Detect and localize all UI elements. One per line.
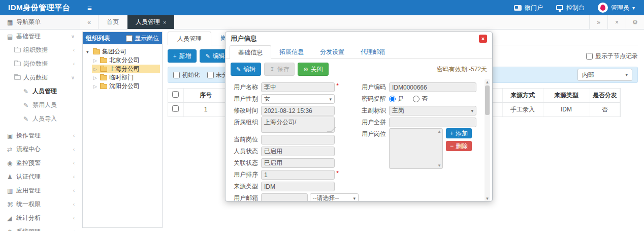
sidebar-item-personnel-import[interactable]: ✎ 人员导入 xyxy=(0,112,80,126)
scroll-up-icon[interactable]: ▲ xyxy=(437,129,441,134)
dialog-edit-button[interactable]: ✎ 编辑 xyxy=(231,63,261,76)
sidebar-item-statistics-analysis[interactable]: ◢ 统计分析 ‹ xyxy=(0,211,80,225)
user-email-input[interactable] xyxy=(264,194,305,201)
user-name: 管理员 xyxy=(611,4,629,12)
dialog-edit-label: 编辑 xyxy=(243,65,255,74)
tab-close-icon[interactable]: × xyxy=(163,19,166,25)
select-all-checkbox[interactable] xyxy=(172,91,179,98)
dialog-close-action-button[interactable]: ⊗ 关闭 xyxy=(298,63,328,76)
show-posts-checkbox[interactable] xyxy=(126,35,133,42)
scrollbar-thumb[interactable] xyxy=(485,85,490,115)
portal-link[interactable]: 微门户 xyxy=(514,4,543,12)
user-gender-select[interactable]: 女 ▾ xyxy=(261,94,335,104)
sidebar-item-app-management[interactable]: ▥ 应用管理 ‹ xyxy=(0,184,80,197)
tree-expander-icon[interactable]: ▾ xyxy=(86,49,91,54)
sidebar-item-system-management[interactable]: ⚙ 系统管理 ‹ xyxy=(0,225,80,231)
organization-textarea[interactable]: 上海分公司/ xyxy=(261,117,335,133)
tabs-scroll-right-button[interactable]: » xyxy=(589,15,607,29)
sidebar-item-disabled-personnel[interactable]: ✎ 禁用人员 xyxy=(0,98,80,112)
add-post-button[interactable]: + 添加 xyxy=(446,128,472,138)
tree-expander-icon[interactable]: ▷ xyxy=(93,75,98,80)
current-post-input[interactable] xyxy=(264,135,332,144)
sidebar-item-base-management[interactable]: ▤ 基础管理 ∨ xyxy=(0,30,80,43)
password-reminder-no-radio[interactable] xyxy=(413,96,420,102)
tree-expander-icon[interactable]: ▷ xyxy=(93,84,98,89)
filter-initialized-checkbox[interactable] xyxy=(173,72,180,78)
hamburger-menu-icon[interactable]: ≡ xyxy=(80,4,99,12)
filter-initialized: 初始化 xyxy=(173,71,200,79)
chevron-collapsed-icon: ‹ xyxy=(73,47,75,53)
tree-node-temp-dept[interactable]: ▷ 临时部门 xyxy=(92,73,160,82)
user-pinyin-input[interactable] xyxy=(392,118,473,127)
dialog-tab-basic-info[interactable]: 基础信息 xyxy=(230,45,271,59)
tree-node-shanghai[interactable]: ▷ 上海分公司 xyxy=(92,65,160,73)
tree-node-root[interactable]: ▾ 集团公司 xyxy=(85,47,160,56)
app-window: IDM身份管理平台 ≡ 微门户 控制台 管理员 ▾ ▦ 导航菜单 « 首页 xyxy=(0,0,644,231)
chevron-collapsed-icon: ‹ xyxy=(73,133,75,138)
user-menu[interactable]: 管理员 ▾ xyxy=(598,3,635,13)
show-children-checkbox[interactable] xyxy=(586,53,593,60)
field-label: 修改时间 xyxy=(232,106,258,115)
sidebar-item-auth-proxy[interactable]: ♟ 认证代理 ‹ xyxy=(0,170,80,184)
tree-node-shenyang[interactable]: ▷ 沈阳分公司 xyxy=(92,82,160,91)
tab-settings-button[interactable]: ⚙ xyxy=(626,15,644,29)
close-all-tabs-button[interactable]: × xyxy=(607,15,626,29)
user-posts-listbox[interactable]: ▲ ▼ xyxy=(389,128,443,169)
password-reminder-no[interactable]: 否 xyxy=(413,95,428,103)
password-reminder-yes[interactable]: 是 xyxy=(389,95,404,103)
monitor-warning-icon: ◉ xyxy=(7,160,16,167)
sidebar-item-personnel-data[interactable]: 人员数据 ∨ xyxy=(0,71,80,84)
password-reminder-yes-radio[interactable] xyxy=(389,96,396,102)
field-personnel-status: 人员状态 xyxy=(232,146,359,157)
radio-label: 否 xyxy=(422,95,428,103)
dialog-tab-distribution-settings[interactable]: 分发设置 xyxy=(312,45,352,59)
sidebar-item-personnel-management[interactable]: ✎ 人员管理 xyxy=(0,84,80,98)
user-sort-input[interactable] xyxy=(264,170,332,179)
sidebar-item-post-data[interactable]: 岗位数据 ‹ xyxy=(0,57,80,71)
dialog-tab-proxy-mail[interactable]: 代理邮箱 xyxy=(352,45,393,59)
dialog-scrollbar[interactable]: ▲ ▼ xyxy=(485,79,490,201)
field-source-type: 来源类型 xyxy=(232,181,359,192)
add-button[interactable]: + 新增 xyxy=(168,49,197,63)
sidebar-item-unified-permission[interactable]: ⌘ 统一权限 ‹ xyxy=(0,197,80,211)
tab-home[interactable]: 首页 xyxy=(99,15,127,29)
modify-time-input[interactable] xyxy=(264,106,332,115)
dialog-tab-extended-info[interactable]: 拓展信息 xyxy=(271,45,312,59)
dialog-save-button[interactable]: ↧ 保存 xyxy=(264,63,295,76)
sidebar-item-process-center[interactable]: ⇄ 流程中心 ‹ xyxy=(0,142,80,156)
sidebar-item-operation-management[interactable]: ▣ 操作管理 ‹ xyxy=(0,129,80,142)
primary-flag-select[interactable]: 主岗 ▾ xyxy=(389,106,476,115)
row-checkbox[interactable] xyxy=(172,105,179,112)
scroll-up-icon[interactable]: ▲ xyxy=(485,80,490,84)
plus-icon: + xyxy=(450,130,454,137)
sidebar-item-monitor-warning[interactable]: ◉ 监控预警 ‹ xyxy=(0,156,80,170)
chevron-expanded-icon: ∨ xyxy=(71,75,75,80)
pencil-icon: ✎ xyxy=(23,115,33,123)
scroll-down-icon[interactable]: ▼ xyxy=(437,163,441,168)
sidebar-item-org-data[interactable]: 组织数据 ‹ xyxy=(0,43,80,57)
chevron-collapsed-icon: ‹ xyxy=(73,147,75,152)
tabs-scroll-left-button[interactable]: « xyxy=(80,15,99,29)
email-domain-placeholder: --请选择-- xyxy=(313,194,339,201)
user-info-dialog: 用户信息 × 基础信息 拓展信息 分发设置 代理邮箱 ✎ 编辑 ↧ 保存 ⊗ 关… xyxy=(225,32,493,201)
relation-status-input[interactable] xyxy=(264,159,332,167)
field-password-reminder: 密码提醒 是 否 xyxy=(360,93,476,105)
field-user-pinyin: 用户全拼 xyxy=(360,117,476,128)
console-link[interactable]: 控制台 xyxy=(556,4,585,12)
source-type-input[interactable] xyxy=(264,182,332,191)
email-domain-select[interactable]: --请选择-- ▾ xyxy=(310,193,359,201)
user-code-input[interactable] xyxy=(392,83,473,92)
filter-undistributed-checkbox[interactable] xyxy=(207,72,214,78)
sidebar-item-label: 禁用人员 xyxy=(33,101,57,109)
content-tab-personnel[interactable]: 人员管理 xyxy=(168,32,211,45)
personnel-status-input[interactable] xyxy=(264,147,332,156)
tree-node-beijing[interactable]: ▷ 北京分公司 xyxy=(92,56,160,65)
tree-expander-icon[interactable]: ▷ xyxy=(93,58,98,63)
dialog-close-button[interactable]: × xyxy=(479,35,487,43)
remove-post-button[interactable]: − 删除 xyxy=(446,141,472,151)
scope-select[interactable]: 内部 ▾ xyxy=(577,69,632,81)
scroll-down-icon[interactable]: ▼ xyxy=(485,196,490,201)
tab-personnel-management[interactable]: 人员管理 × xyxy=(127,15,174,29)
user-name-input[interactable] xyxy=(264,83,332,92)
tree-expander-icon[interactable]: ▷ xyxy=(93,67,98,72)
